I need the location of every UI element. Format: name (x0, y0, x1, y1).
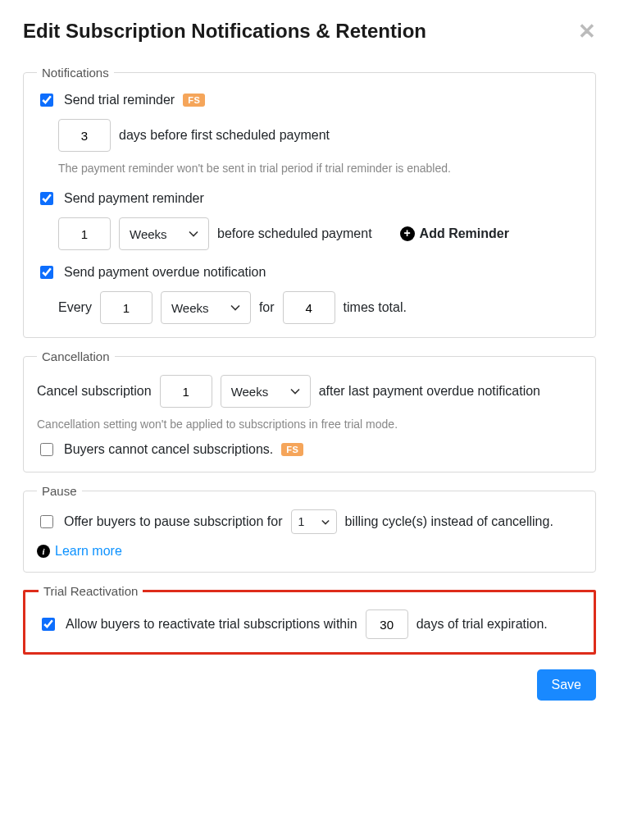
dialog-footer: Save (23, 669, 596, 701)
trial-reminder-days-input[interactable] (58, 119, 111, 152)
buyers-cannot-cancel-row: Buyers cannot cancel subscriptions. FS (37, 441, 582, 459)
pause-checkbox[interactable] (40, 515, 53, 528)
payment-reminder-suffix: before scheduled payment (217, 226, 372, 241)
trial-reminder-checkbox[interactable] (40, 94, 53, 107)
overdue-times-input[interactable] (283, 291, 335, 324)
overdue-row: Send payment overdue notification (37, 263, 582, 281)
chevron-down-icon (321, 519, 330, 525)
pause-row: Offer buyers to pause subscription for 1… (37, 509, 582, 534)
chevron-down-icon (230, 304, 240, 311)
close-icon[interactable]: ✕ (578, 21, 596, 42)
payment-reminder-checkbox[interactable] (40, 192, 53, 205)
trial-reactivation-section: Trial Reactivation Allow buyers to react… (23, 584, 596, 655)
cancellation-legend: Cancellation (37, 349, 115, 363)
learn-more-link[interactable]: Learn more (55, 544, 122, 559)
overdue-for-label: for (259, 300, 275, 315)
cancellation-section: Cancellation Cancel subscription Weeks a… (23, 349, 596, 472)
trial-reminder-help: The payment reminder won't be sent in tr… (58, 162, 582, 175)
trial-reminder-days-row: days before first scheduled payment (58, 119, 582, 152)
dialog-title: Edit Subscription Notifications & Retent… (23, 20, 426, 43)
payment-reminder-label: Send payment reminder (64, 191, 204, 206)
save-button[interactable]: Save (537, 669, 596, 701)
plus-circle-icon: + (400, 226, 415, 241)
trial-reactivation-legend: Trial Reactivation (39, 584, 143, 598)
payment-reminder-unit-select[interactable]: Weeks (119, 217, 209, 250)
trial-reactivation-prefix: Allow buyers to reactivate trial subscri… (66, 617, 357, 632)
trial-reactivation-row: Allow buyers to reactivate trial subscri… (39, 609, 580, 639)
overdue-unit-select[interactable]: Weeks (161, 291, 251, 324)
payment-reminder-count-input[interactable] (58, 217, 111, 250)
overdue-every-label: Every (58, 300, 92, 315)
pause-cycles-value: 1 (298, 515, 305, 528)
overdue-times-suffix: times total. (344, 300, 407, 315)
chevron-down-icon (290, 388, 300, 395)
pause-prefix: Offer buyers to pause subscription for (64, 514, 283, 529)
fs-badge: FS (281, 443, 303, 456)
cancellation-config-row: Cancel subscription Weeks after last pay… (37, 375, 582, 408)
trial-reminder-label: Send trial reminder (64, 93, 175, 107)
fs-badge: FS (183, 94, 205, 107)
cancellation-count-input[interactable] (160, 375, 212, 408)
cancellation-suffix: after last payment overdue notification (319, 384, 540, 399)
cancellation-unit-select[interactable]: Weeks (221, 375, 311, 408)
overdue-every-input[interactable] (100, 291, 152, 324)
trial-reactivation-checkbox[interactable] (42, 618, 55, 631)
cancellation-unit-value: Weeks (231, 385, 269, 399)
cancellation-help: Cancellation setting won't be applied to… (37, 418, 582, 431)
pause-section: Pause Offer buyers to pause subscription… (23, 484, 596, 573)
trial-reminder-days-suffix: days before first scheduled payment (119, 128, 330, 143)
overdue-unit-value: Weeks (171, 301, 209, 315)
info-icon: i (37, 545, 50, 558)
chevron-down-icon (189, 231, 198, 237)
payment-reminder-row: Send payment reminder (37, 189, 582, 208)
notifications-section: Notifications Send trial reminder FS day… (23, 66, 596, 338)
pause-learn-more-row: i Learn more (37, 544, 582, 559)
buyers-cannot-cancel-label: Buyers cannot cancel subscriptions. (64, 442, 273, 457)
trial-reactivation-days-input[interactable] (366, 609, 408, 639)
overdue-checkbox[interactable] (40, 266, 53, 279)
overdue-config-row: Every Weeks for times total. (58, 291, 582, 324)
trial-reactivation-suffix: days of trial expiration. (416, 617, 548, 632)
dialog-header: Edit Subscription Notifications & Retent… (23, 20, 596, 43)
notifications-legend: Notifications (37, 66, 114, 80)
cancellation-prefix: Cancel subscription (37, 384, 152, 399)
add-reminder-label: Add Reminder (420, 226, 509, 241)
overdue-label: Send payment overdue notification (64, 265, 266, 280)
payment-reminder-unit-value: Weeks (130, 227, 167, 241)
buyers-cannot-cancel-checkbox[interactable] (40, 443, 53, 456)
pause-suffix: billing cycle(s) instead of cancelling. (345, 514, 553, 529)
add-reminder-button[interactable]: + Add Reminder (400, 226, 509, 241)
trial-reminder-row: Send trial reminder FS (37, 91, 582, 109)
payment-reminder-config-row: Weeks before scheduled payment + Add Rem… (58, 217, 582, 250)
pause-legend: Pause (37, 484, 82, 498)
pause-cycles-select[interactable]: 1 (291, 509, 337, 534)
